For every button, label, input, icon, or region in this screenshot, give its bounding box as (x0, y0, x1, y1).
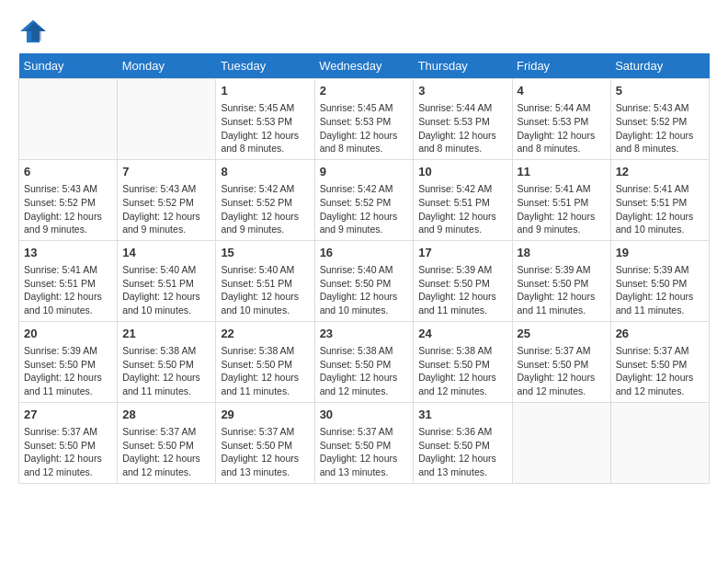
calendar-cell: 7Sunrise: 5:43 AM Sunset: 5:52 PM Daylig… (118, 159, 216, 240)
day-info: Sunrise: 5:44 AM Sunset: 5:53 PM Dayligh… (518, 101, 606, 155)
day-info: Sunrise: 5:41 AM Sunset: 5:51 PM Dayligh… (616, 182, 704, 236)
calendar-cell: 31Sunrise: 5:36 AM Sunset: 5:50 PM Dayli… (414, 402, 512, 483)
day-info: Sunrise: 5:40 AM Sunset: 5:51 PM Dayligh… (122, 263, 210, 317)
day-number: 29 (221, 407, 309, 423)
calendar-week-4: 20Sunrise: 5:39 AM Sunset: 5:50 PM Dayli… (19, 321, 710, 402)
calendar-header-row: SundayMondayTuesdayWednesdayThursdayFrid… (19, 53, 710, 79)
day-number: 31 (418, 407, 506, 423)
day-number: 19 (616, 245, 704, 261)
calendar-cell: 2Sunrise: 5:45 AM Sunset: 5:53 PM Daylig… (314, 79, 414, 160)
calendar-cell: 16Sunrise: 5:40 AM Sunset: 5:50 PM Dayli… (314, 240, 414, 321)
calendar-cell: 30Sunrise: 5:37 AM Sunset: 5:50 PM Dayli… (314, 402, 414, 483)
calendar-cell (512, 402, 610, 483)
day-info: Sunrise: 5:40 AM Sunset: 5:51 PM Dayligh… (221, 263, 309, 317)
day-number: 6 (24, 164, 112, 180)
day-info: Sunrise: 5:36 AM Sunset: 5:50 PM Dayligh… (418, 425, 506, 479)
day-info: Sunrise: 5:37 AM Sunset: 5:50 PM Dayligh… (616, 344, 704, 398)
day-number: 8 (221, 164, 309, 180)
day-info: Sunrise: 5:45 AM Sunset: 5:53 PM Dayligh… (221, 101, 309, 155)
calendar-cell: 3Sunrise: 5:44 AM Sunset: 5:53 PM Daylig… (414, 79, 512, 160)
calendar-header-tuesday: Tuesday (216, 53, 314, 79)
day-number: 21 (122, 326, 210, 342)
day-number: 7 (122, 164, 210, 180)
day-number: 17 (418, 245, 506, 261)
calendar-cell: 25Sunrise: 5:37 AM Sunset: 5:50 PM Dayli… (512, 321, 610, 402)
day-info: Sunrise: 5:45 AM Sunset: 5:53 PM Dayligh… (320, 101, 409, 155)
calendar-header-wednesday: Wednesday (314, 53, 414, 79)
calendar-cell: 24Sunrise: 5:38 AM Sunset: 5:50 PM Dayli… (414, 321, 512, 402)
calendar-cell: 29Sunrise: 5:37 AM Sunset: 5:50 PM Dayli… (216, 402, 314, 483)
day-info: Sunrise: 5:37 AM Sunset: 5:50 PM Dayligh… (221, 425, 309, 479)
calendar-cell: 4Sunrise: 5:44 AM Sunset: 5:53 PM Daylig… (512, 79, 610, 160)
calendar-cell: 6Sunrise: 5:43 AM Sunset: 5:52 PM Daylig… (19, 159, 118, 240)
calendar-cell: 27Sunrise: 5:37 AM Sunset: 5:50 PM Dayli… (19, 402, 118, 483)
day-info: Sunrise: 5:42 AM Sunset: 5:51 PM Dayligh… (418, 182, 506, 236)
day-number: 18 (518, 245, 606, 261)
day-number: 2 (320, 83, 409, 99)
day-number: 1 (221, 83, 309, 99)
calendar-cell: 21Sunrise: 5:38 AM Sunset: 5:50 PM Dayli… (118, 321, 216, 402)
calendar-cell: 12Sunrise: 5:41 AM Sunset: 5:51 PM Dayli… (610, 159, 709, 240)
calendar-cell: 8Sunrise: 5:42 AM Sunset: 5:52 PM Daylig… (216, 159, 314, 240)
calendar-week-5: 27Sunrise: 5:37 AM Sunset: 5:50 PM Dayli… (19, 402, 710, 483)
day-info: Sunrise: 5:38 AM Sunset: 5:50 PM Dayligh… (122, 344, 210, 398)
calendar-cell: 19Sunrise: 5:39 AM Sunset: 5:50 PM Dayli… (610, 240, 709, 321)
calendar-cell: 11Sunrise: 5:41 AM Sunset: 5:51 PM Dayli… (512, 159, 610, 240)
calendar-cell: 13Sunrise: 5:41 AM Sunset: 5:51 PM Dayli… (19, 240, 118, 321)
calendar-cell: 5Sunrise: 5:43 AM Sunset: 5:52 PM Daylig… (610, 79, 709, 160)
calendar-header-saturday: Saturday (610, 53, 709, 79)
logo (18, 18, 51, 44)
day-info: Sunrise: 5:41 AM Sunset: 5:51 PM Dayligh… (518, 182, 606, 236)
calendar-cell: 23Sunrise: 5:38 AM Sunset: 5:50 PM Dayli… (314, 321, 414, 402)
calendar-cell (19, 79, 118, 160)
day-info: Sunrise: 5:37 AM Sunset: 5:50 PM Dayligh… (122, 425, 210, 479)
calendar-header-friday: Friday (512, 53, 610, 79)
day-number: 25 (518, 326, 606, 342)
day-number: 20 (24, 326, 112, 342)
day-info: Sunrise: 5:43 AM Sunset: 5:52 PM Dayligh… (24, 182, 112, 236)
calendar-cell (118, 79, 216, 160)
day-info: Sunrise: 5:43 AM Sunset: 5:52 PM Dayligh… (616, 101, 704, 155)
day-number: 10 (418, 164, 506, 180)
logo-icon (18, 18, 48, 44)
day-info: Sunrise: 5:39 AM Sunset: 5:50 PM Dayligh… (418, 263, 506, 317)
calendar-cell: 26Sunrise: 5:37 AM Sunset: 5:50 PM Dayli… (610, 321, 709, 402)
day-number: 5 (616, 83, 704, 99)
day-number: 30 (320, 407, 409, 423)
calendar-table: SundayMondayTuesdayWednesdayThursdayFrid… (18, 53, 710, 484)
day-number: 4 (518, 83, 606, 99)
day-info: Sunrise: 5:39 AM Sunset: 5:50 PM Dayligh… (518, 263, 606, 317)
day-number: 12 (616, 164, 704, 180)
calendar-header-sunday: Sunday (19, 53, 118, 79)
calendar-cell: 18Sunrise: 5:39 AM Sunset: 5:50 PM Dayli… (512, 240, 610, 321)
calendar-cell: 28Sunrise: 5:37 AM Sunset: 5:50 PM Dayli… (118, 402, 216, 483)
calendar-week-1: 1Sunrise: 5:45 AM Sunset: 5:53 PM Daylig… (19, 79, 710, 160)
calendar-cell: 9Sunrise: 5:42 AM Sunset: 5:52 PM Daylig… (314, 159, 414, 240)
calendar-cell: 22Sunrise: 5:38 AM Sunset: 5:50 PM Dayli… (216, 321, 314, 402)
calendar-week-2: 6Sunrise: 5:43 AM Sunset: 5:52 PM Daylig… (19, 159, 710, 240)
day-info: Sunrise: 5:43 AM Sunset: 5:52 PM Dayligh… (122, 182, 210, 236)
calendar-header-monday: Monday (118, 53, 216, 79)
day-info: Sunrise: 5:42 AM Sunset: 5:52 PM Dayligh… (320, 182, 409, 236)
day-number: 23 (320, 326, 409, 342)
day-info: Sunrise: 5:39 AM Sunset: 5:50 PM Dayligh… (616, 263, 704, 317)
day-info: Sunrise: 5:41 AM Sunset: 5:51 PM Dayligh… (24, 263, 112, 317)
day-number: 11 (518, 164, 606, 180)
day-info: Sunrise: 5:38 AM Sunset: 5:50 PM Dayligh… (221, 344, 309, 398)
day-number: 24 (418, 326, 506, 342)
calendar-cell: 1Sunrise: 5:45 AM Sunset: 5:53 PM Daylig… (216, 79, 314, 160)
day-info: Sunrise: 5:37 AM Sunset: 5:50 PM Dayligh… (320, 425, 409, 479)
calendar-cell: 14Sunrise: 5:40 AM Sunset: 5:51 PM Dayli… (118, 240, 216, 321)
page-header (18, 18, 710, 44)
day-number: 3 (418, 83, 506, 99)
day-info: Sunrise: 5:38 AM Sunset: 5:50 PM Dayligh… (418, 344, 506, 398)
day-number: 9 (320, 164, 409, 180)
day-number: 22 (221, 326, 309, 342)
day-info: Sunrise: 5:44 AM Sunset: 5:53 PM Dayligh… (418, 101, 506, 155)
day-info: Sunrise: 5:39 AM Sunset: 5:50 PM Dayligh… (24, 344, 112, 398)
day-info: Sunrise: 5:42 AM Sunset: 5:52 PM Dayligh… (221, 182, 309, 236)
day-info: Sunrise: 5:38 AM Sunset: 5:50 PM Dayligh… (320, 344, 409, 398)
day-info: Sunrise: 5:40 AM Sunset: 5:50 PM Dayligh… (320, 263, 409, 317)
calendar-cell (610, 402, 709, 483)
day-number: 16 (320, 245, 409, 261)
